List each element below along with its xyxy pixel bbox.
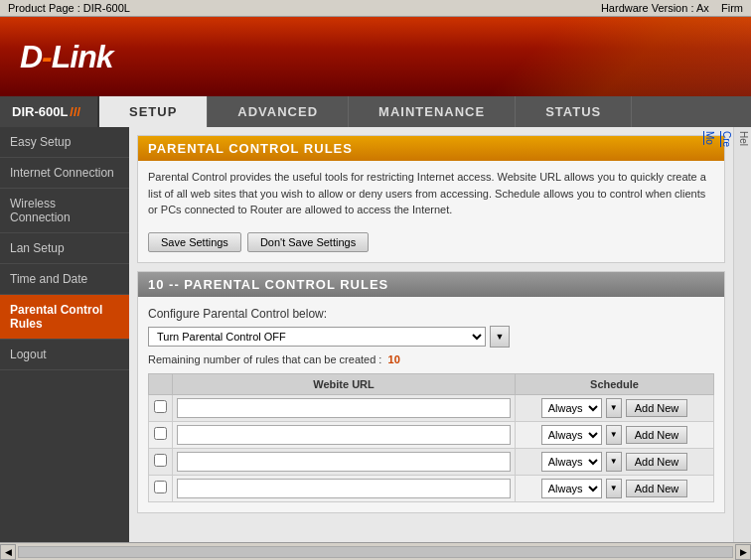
row-url-input[interactable] — [177, 452, 511, 472]
nav-tabs: DIR-600L /// SETUP ADVANCED MAINTENANCE … — [0, 96, 751, 127]
configure-label: Configure Parental Control below: — [148, 307, 714, 321]
row-checkbox-cell — [149, 394, 173, 421]
table-row: Always Never ▼ Add New — [149, 394, 714, 421]
row-checkbox[interactable] — [154, 427, 167, 440]
info-title: PARENTAL CONTROL RULES — [138, 136, 724, 161]
content-area: PARENTAL CONTROL RULES Parental Control … — [129, 127, 733, 542]
help-link-more[interactable]: Mo — [704, 131, 715, 538]
scroll-right-button[interactable]: ▶ — [735, 544, 751, 560]
add-new-button[interactable]: Add New — [626, 453, 688, 471]
bottom-scrollbar[interactable]: ◀ ▶ — [0, 542, 751, 560]
rules-table: Webite URL Schedule Always Never — [148, 373, 714, 502]
row-checkbox[interactable] — [154, 400, 167, 413]
tab-maintenance[interactable]: MAINTENANCE — [349, 96, 516, 127]
model-badge: DIR-600L /// — [0, 96, 99, 127]
tab-setup[interactable]: SETUP — [99, 96, 208, 127]
scrollbar-track[interactable] — [18, 546, 733, 558]
tab-advanced[interactable]: ADVANCED — [208, 96, 349, 127]
remaining-text: Remaining number of rules that can be cr… — [148, 353, 714, 365]
parental-control-select[interactable]: Turn Parental Control OFF Turn Parental … — [148, 327, 486, 347]
rules-title: 10 -- PARENTAL CONTROL RULES — [138, 272, 724, 297]
save-settings-button[interactable]: Save Settings — [148, 232, 241, 252]
btn-row: Save Settings Don't Save Settings — [138, 226, 724, 262]
rules-body: Configure Parental Control below: Turn P… — [138, 297, 724, 512]
row-url-cell — [173, 475, 516, 501]
row-checkbox-cell — [149, 448, 173, 475]
logo: D-Link — [20, 39, 113, 75]
sidebar-item-parental-control[interactable]: Parental Control Rules — [0, 295, 129, 340]
row-schedule-select[interactable]: Always Never — [541, 479, 602, 498]
col-checkbox-header — [149, 373, 173, 394]
tab-status[interactable]: STATUS — [516, 96, 632, 127]
row-schedule-cell: Always Never ▼ Add New — [516, 448, 714, 475]
table-row: Always Never ▼ Add New — [149, 421, 714, 448]
model-slashes: /// — [70, 104, 80, 119]
row-checkbox-cell — [149, 421, 173, 448]
scroll-left-button[interactable]: ◀ — [0, 544, 16, 560]
help-link-create[interactable]: Cre — [721, 131, 732, 538]
row-checkbox[interactable] — [154, 454, 167, 467]
col-url-header: Webite URL — [173, 373, 516, 394]
schedule-arrow-icon[interactable]: ▼ — [606, 479, 622, 498]
select-row: Turn Parental Control OFF Turn Parental … — [148, 326, 714, 348]
main-layout: Easy Setup Internet Connection Wireless … — [0, 127, 751, 542]
info-box: PARENTAL CONTROL RULES Parental Control … — [137, 135, 725, 263]
row-url-cell — [173, 448, 516, 475]
add-new-button[interactable]: Add New — [626, 426, 688, 444]
row-schedule-select[interactable]: Always Never — [541, 398, 602, 418]
top-bar: Product Page : DIR-600L Hardware Version… — [0, 0, 751, 17]
col-schedule-header: Schedule — [516, 373, 714, 394]
row-url-input[interactable] — [177, 479, 511, 498]
add-new-button[interactable]: Add New — [626, 399, 688, 417]
row-url-input[interactable] — [177, 425, 511, 445]
rules-section: 10 -- PARENTAL CONTROL RULES Configure P… — [137, 271, 725, 513]
schedule-arrow-icon[interactable]: ▼ — [606, 398, 622, 418]
sidebar-item-internet-connection[interactable]: Internet Connection — [0, 158, 129, 189]
sidebar: Easy Setup Internet Connection Wireless … — [0, 127, 129, 542]
row-schedule-cell: Always Never ▼ Add New — [516, 421, 714, 448]
row-schedule-select[interactable]: Always Never — [541, 425, 602, 445]
table-row: Always Never ▼ Add New — [149, 475, 714, 501]
product-label: Product Page : DIR-600L — [8, 2, 130, 14]
row-schedule-cell: Always Never ▼ Add New — [516, 475, 714, 501]
select-arrow-icon[interactable]: ▼ — [490, 326, 510, 348]
header: D-Link — [0, 17, 751, 96]
row-url-cell — [173, 421, 516, 448]
help-panel: Hel Cre Mo — [733, 127, 751, 542]
row-url-cell — [173, 394, 516, 421]
sidebar-item-easy-setup[interactable]: Easy Setup — [0, 127, 129, 158]
sidebar-item-logout[interactable]: Logout — [0, 340, 129, 370]
remaining-count: 10 — [388, 353, 400, 365]
row-checkbox-cell — [149, 475, 173, 501]
help-text: Hel — [738, 131, 749, 538]
hardware-label: Hardware Version : Ax Firm — [601, 2, 743, 14]
add-new-button[interactable]: Add New — [626, 480, 688, 497]
sidebar-item-time-and-date[interactable]: Time and Date — [0, 264, 129, 295]
schedule-arrow-icon[interactable]: ▼ — [606, 452, 622, 472]
row-schedule-select[interactable]: Always Never — [541, 452, 602, 472]
info-body: Parental Control provides the useful too… — [138, 161, 724, 226]
row-url-input[interactable] — [177, 398, 511, 418]
row-schedule-cell: Always Never ▼ Add New — [516, 394, 714, 421]
dont-save-settings-button[interactable]: Don't Save Settings — [247, 232, 369, 252]
table-row: Always Never ▼ Add New — [149, 448, 714, 475]
sidebar-item-lan-setup[interactable]: Lan Setup — [0, 233, 129, 264]
schedule-arrow-icon[interactable]: ▼ — [606, 425, 622, 445]
row-checkbox[interactable] — [154, 481, 167, 493]
sidebar-item-wireless-connection[interactable]: Wireless Connection — [0, 189, 129, 233]
